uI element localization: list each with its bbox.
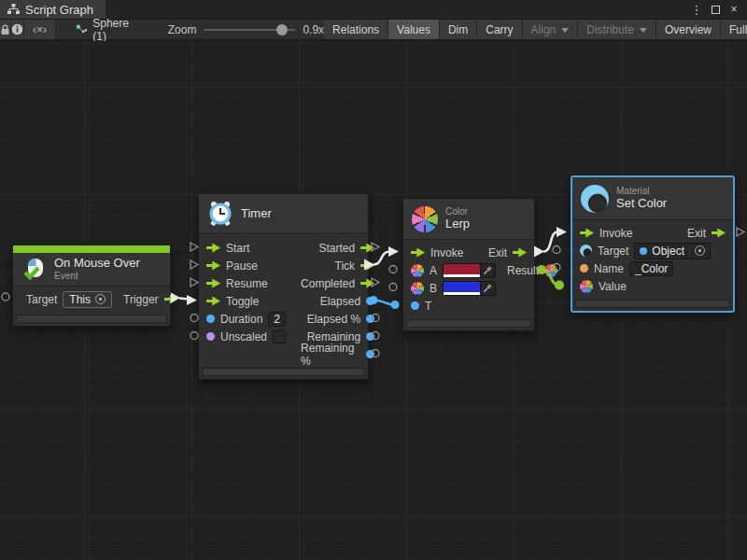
invoke-flow-port[interactable] [411,248,425,258]
eyedropper-icon[interactable] [481,264,495,277]
node-header[interactable]: Material Set Color [572,177,733,220]
graph-icon [7,4,20,15]
completed-label: Completed [301,277,355,290]
node-footer [202,368,365,376]
value-color-port[interactable] [580,280,593,293]
color-b-field[interactable] [443,281,496,296]
tick-label: Tick [335,259,356,273]
target-object-value: Object [652,245,684,258]
align-dropdown[interactable]: Align [523,20,579,39]
elapsed-value-port[interactable] [366,297,374,305]
color-wheel-icon [412,206,438,232]
window-menu-icon[interactable]: ⋮ [689,2,704,17]
carry-button[interactable]: Carry [477,20,522,39]
tick-flow-port[interactable] [360,261,374,271]
target-port-label: Target [26,293,57,306]
zoom-label: Zoom [168,23,197,36]
distribute-dropdown[interactable]: Distribute [578,20,656,39]
invoke-flow-port[interactable] [580,229,594,238]
color-b-swatch[interactable] [444,282,481,295]
node-subtitle: Event [54,271,140,282]
node-header[interactable]: Color Lerp [403,199,534,240]
target-object-field[interactable]: Object [634,243,711,259]
exit-label: Exit [488,246,507,259]
b-label: B [430,282,437,295]
zoom-slider-handle[interactable] [276,24,288,35]
name-string-port[interactable] [580,264,588,273]
started-flow-port[interactable] [360,244,374,253]
zoom-slider[interactable] [204,29,295,31]
object-icon [640,247,647,255]
start-flow-port[interactable] [206,244,220,253]
relations-button[interactable]: Relations [324,20,388,39]
completed-flow-port[interactable] [360,279,374,288]
result-label: Result [507,264,539,277]
toggle-flow-port[interactable] [206,297,220,306]
lock-button[interactable] [0,20,11,39]
node-footer [406,319,531,328]
node-color-lerp[interactable]: Color Lerp Invoke Exit A Result [402,198,535,331]
selection-context[interactable]: Sphere (1) [67,20,142,39]
align-label: Align [531,23,557,36]
values-button[interactable]: Values [388,20,440,39]
chevron-down-icon [640,28,647,33]
object-picker-icon[interactable] [695,245,705,256]
invoke-label: Invoke [599,227,632,240]
fullscreen-button[interactable]: Full Scre [721,20,747,39]
info-button[interactable] [11,20,24,39]
event-accent-bar [13,245,170,253]
t-label: T [425,300,431,313]
result-color-port[interactable] [544,264,557,277]
elapsed-pct-label: Elapsed % [307,313,360,326]
t-value-port[interactable] [411,301,419,310]
trigger-port-label: Trigger [123,293,159,306]
remaining-pct-value-port[interactable] [366,350,374,358]
material-sphere-icon [581,185,609,213]
dim-button[interactable]: Dim [440,20,477,39]
code-preview-button[interactable]: ‹×› [24,20,56,39]
elapsed-pct-value-port[interactable] [366,315,374,323]
color-a-field[interactable] [443,263,496,278]
pause-flow-port[interactable] [206,261,220,271]
chevron-down-icon [561,28,569,33]
code-glyph: ‹×› [33,23,47,36]
graph-toolbar: ‹×› Sphere (1) Zoom 0.9x Relations Value… [0,19,747,40]
remaining-value-port[interactable] [366,332,374,341]
exit-flow-port[interactable] [513,248,527,258]
overview-button[interactable]: Overview [656,20,721,39]
unscaled-bool-port[interactable] [206,332,215,341]
color-a-swatch[interactable] [444,264,481,277]
a-color-port[interactable] [411,264,424,277]
b-color-port[interactable] [411,282,424,295]
target-label: Target [598,245,628,258]
target-this-value: This [69,293,91,306]
node-footer [575,300,730,308]
maximize-icon[interactable] [708,2,723,17]
duration-input[interactable]: 2 [268,312,286,327]
value-label: Value [599,280,627,293]
exit-flow-port[interactable] [712,229,726,238]
node-set-color[interactable]: Material Set Color Invoke Exit Target Ob… [571,176,734,312]
lock-icon [0,24,10,35]
node-on-mouse-over[interactable]: On Mouse Over Event Target This Trigger [12,245,171,327]
resume-flow-port[interactable] [206,279,220,288]
zoom-value: 0.9x [303,23,324,36]
invoke-label: Invoke [430,246,463,259]
node-header[interactable]: Timer [199,194,368,234]
target-this-field[interactable]: This [63,291,112,308]
name-input[interactable]: _Color [629,261,673,276]
unscaled-checkbox[interactable] [273,330,286,343]
toggle-label: Toggle [226,295,259,308]
node-timer[interactable]: Timer Start Pause Resume Toggle Duration… [198,193,369,380]
eyedropper-icon[interactable] [481,282,495,295]
node-header[interactable]: On Mouse Over Event [13,253,170,287]
object-picker-icon[interactable] [95,294,106,304]
target-material-port[interactable] [580,245,592,257]
duration-value-port[interactable] [206,315,215,323]
tab-script-graph[interactable]: Script Graph [0,0,106,19]
mouse-event-icon [21,258,47,282]
started-label: Started [318,242,355,255]
a-label: A [430,264,437,277]
close-icon[interactable]: × [726,2,741,17]
unscaled-label: Unscaled [220,330,267,343]
